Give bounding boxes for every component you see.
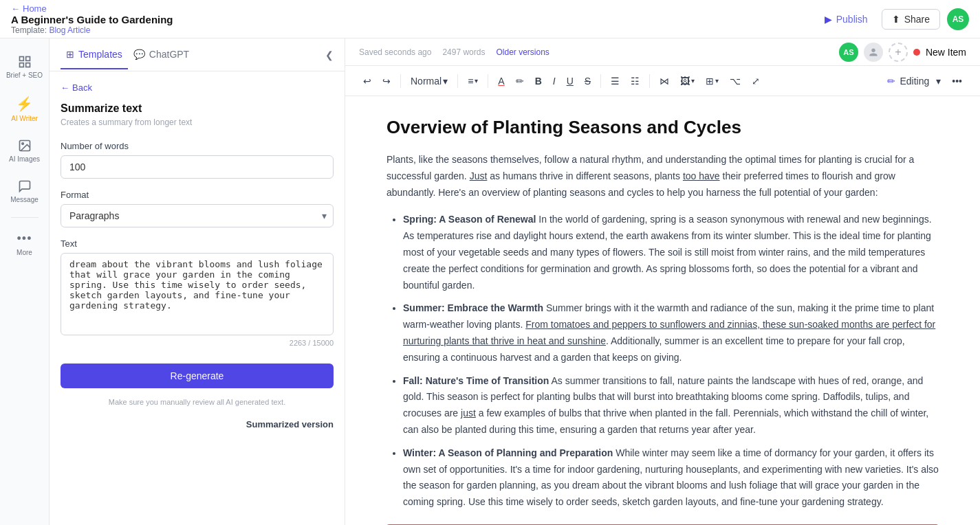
templates-grid-icon: ⊞ — [66, 49, 74, 60]
tab-chatgpt-label: ChatGPT — [149, 49, 189, 60]
list-item-fall: Fall: Nature's Time of Transition As sum… — [403, 373, 939, 438]
italic-icon: I — [553, 76, 556, 87]
fall-label: Fall: Nature's Time of Transition — [403, 375, 549, 386]
text-label: Text — [61, 238, 334, 249]
editor-content: Overview of Planting Seasons and Cycles … — [345, 96, 980, 525]
collaborator-avatar-1 — [864, 43, 883, 62]
words-input[interactable] — [61, 155, 334, 179]
template-link[interactable]: Blog Article — [49, 25, 90, 35]
sidebar-panel: ⊞ Templates 💬 ChatGPT ❮ ← Back Summarize… — [50, 38, 345, 525]
summarized-version-label: Summarized version — [61, 419, 334, 429]
undo-button[interactable]: ↩ — [359, 73, 375, 89]
merge-button[interactable]: ⋈ — [655, 73, 673, 89]
strikethrough-icon: S — [585, 76, 591, 87]
edit-pencil-icon: ✏ — [887, 76, 895, 87]
code-button[interactable]: ⌥ — [726, 73, 745, 89]
share-icon: ⬆ — [892, 14, 900, 25]
table-button[interactable]: ⊞ ▾ — [701, 73, 723, 89]
user-avatar[interactable]: AS — [947, 8, 969, 30]
editing-dropdown-button[interactable]: ▾ — [933, 74, 944, 88]
svg-rect-0 — [19, 57, 23, 61]
format-field-group: Format Paragraphs Bullet Points Numbered… — [61, 190, 334, 227]
toolbar-divider-4 — [600, 74, 601, 88]
sidebar-collapse-button[interactable]: ❮ — [325, 49, 334, 60]
share-button[interactable]: ⬆ Share — [882, 9, 940, 30]
sidebar-item-brief-seo[interactable]: Brief + SEO — [0, 49, 49, 85]
publish-icon: ▶ — [825, 14, 832, 25]
text-textarea[interactable]: dream about the vibrant blooms and lush … — [61, 253, 334, 335]
tab-chatgpt[interactable]: 💬 ChatGPT — [128, 41, 195, 69]
sidebar-item-message[interactable]: Message — [0, 174, 49, 209]
topbar-left: ← Home A Beginner's Guide to Gardening T… — [11, 3, 173, 35]
editor-area: Saved seconds ago 2497 words Older versi… — [345, 38, 980, 525]
section-title: Summarize text — [61, 102, 334, 115]
new-item-button[interactable]: New Item — [926, 47, 966, 58]
topbar: ← Home A Beginner's Guide to Gardening T… — [0, 0, 980, 38]
highlight-button[interactable]: ✏ — [512, 73, 528, 89]
toolbar-divider-2 — [457, 74, 458, 88]
bullet-list-button[interactable]: ☰ — [607, 73, 624, 89]
format-dropdown[interactable]: Normal ▾ — [406, 73, 452, 89]
back-arrow-icon: ← — [61, 82, 69, 93]
more-icon: ••• — [17, 232, 32, 246]
back-text: Back — [72, 82, 92, 93]
older-versions-link[interactable]: Older versions — [496, 47, 549, 57]
user-avatar-editor[interactable]: AS — [839, 43, 858, 62]
publish-label: Publish — [836, 14, 868, 25]
strikethrough-button[interactable]: S — [580, 73, 595, 89]
content-intro: Plants, like the seasons themselves, fol… — [386, 152, 939, 201]
bold-icon: B — [535, 76, 542, 87]
topbar-right: ▶ Publish ⬆ Share AS — [818, 8, 969, 30]
page-title: A Beginner's Guide to Gardening — [11, 14, 173, 25]
publish-button[interactable]: ▶ Publish — [818, 10, 875, 29]
align-icon: ≡ — [468, 76, 473, 87]
numbered-list-button[interactable]: ☷ — [627, 73, 644, 89]
char-count: 2263 / 15000 — [61, 339, 334, 347]
winter-label: Winter: A Season of Planning and Prepara… — [403, 447, 613, 458]
regenerate-button[interactable]: Re-generate — [61, 364, 334, 388]
more-options-button[interactable]: ••• — [948, 73, 966, 89]
sidebar-back-button[interactable]: ← Back — [61, 82, 334, 93]
format-dropdown-arrow-icon: ▾ — [443, 76, 448, 87]
toolbar-divider-3 — [488, 74, 488, 88]
table-icon: ⊞ — [706, 76, 714, 87]
main-layout: Brief + SEO ⚡ AI Writer AI Images Messag… — [0, 38, 980, 525]
back-button[interactable]: ← Home — [11, 3, 173, 14]
sidebar-item-more[interactable]: ••• More — [0, 226, 49, 262]
word-count: 2497 words — [442, 47, 485, 57]
highlight-icon: ✏ — [516, 76, 524, 87]
underline-button[interactable]: U — [563, 73, 578, 89]
more-label: More — [17, 249, 32, 256]
underline-icon: U — [567, 76, 574, 87]
format-label: Normal — [411, 76, 442, 87]
message-label: Message — [10, 196, 39, 203]
numbered-list-icon: ☷ — [631, 76, 640, 87]
text-field-group: Text dream about the vibrant blooms and … — [61, 238, 334, 347]
bold-button[interactable]: B — [531, 73, 546, 89]
editing-label: Editing — [900, 76, 929, 87]
italic-button[interactable]: I — [549, 73, 560, 89]
toolbar-divider-5 — [649, 74, 650, 88]
text-color-button[interactable]: A — [494, 73, 508, 89]
seasons-list: Spring: A Season of Renewal In the world… — [386, 212, 939, 511]
summer-label: Summer: Embrace the Warmth — [403, 302, 543, 313]
svg-point-5 — [21, 143, 23, 145]
table-dropdown-icon: ▾ — [715, 77, 719, 85]
tab-templates[interactable]: ⊞ Templates — [61, 41, 128, 69]
fullscreen-button[interactable]: ⤢ — [748, 73, 764, 89]
image-button[interactable]: 🖼 ▾ — [676, 73, 699, 89]
add-collaborator-button[interactable]: + — [889, 43, 908, 62]
format-select[interactable]: Paragraphs Bullet Points Numbered List — [61, 204, 334, 227]
redo-button[interactable]: ↪ — [378, 73, 395, 89]
ai-disclaimer: Make sure you manually review all AI gen… — [61, 396, 334, 408]
sidebar-item-ai-writer[interactable]: ⚡ AI Writer — [0, 90, 49, 128]
editing-mode: ✏ Editing ▾ ••• — [887, 73, 966, 89]
image-dropdown-icon: ▾ — [691, 77, 695, 85]
sidebar-item-ai-images[interactable]: AI Images — [0, 133, 49, 168]
intro-just: Just — [470, 170, 488, 181]
ai-images-label: AI Images — [9, 155, 40, 163]
svg-rect-3 — [25, 63, 30, 67]
align-button[interactable]: ≡ ▾ — [464, 73, 482, 89]
bullet-list-icon: ☰ — [611, 76, 620, 87]
icon-bar: Brief + SEO ⚡ AI Writer AI Images Messag… — [0, 38, 50, 525]
